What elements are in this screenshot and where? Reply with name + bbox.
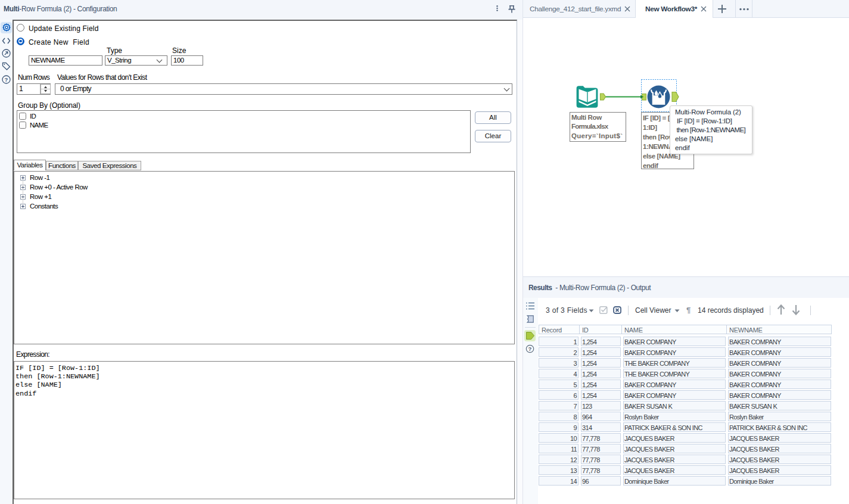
svg-text:?: ? — [5, 76, 8, 83]
svg-text:?: ? — [528, 346, 532, 352]
